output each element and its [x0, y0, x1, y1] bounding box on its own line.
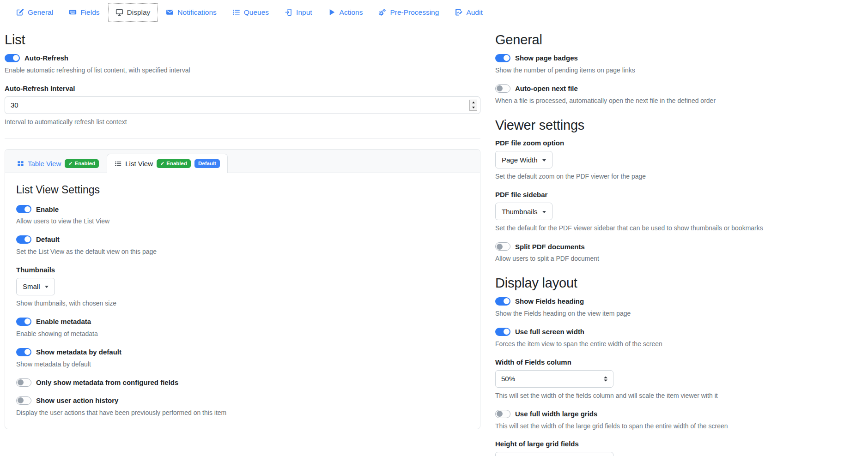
number-stepper[interactable]: [469, 100, 477, 111]
auto-open-toggle[interactable]: [495, 84, 510, 93]
stepper-up-icon[interactable]: [470, 100, 477, 105]
pdf-zoom-setting: PDF file zoom option Page Width Set the …: [495, 139, 865, 181]
full-screen-width-label: Use full screen width: [515, 328, 584, 336]
tab-list-view[interactable]: List View ✓ Enabled Default: [107, 154, 228, 174]
list-icon: [232, 8, 240, 16]
keyboard-icon: [69, 8, 77, 16]
viewer-section-heading: Viewer settings: [495, 117, 865, 133]
tab-display[interactable]: Display: [109, 4, 158, 21]
auto-open-help: When a file is processed, automatically …: [495, 96, 865, 105]
default-toggle[interactable]: [16, 235, 31, 244]
tab-notifications[interactable]: Notifications: [159, 4, 223, 21]
full-width-grids-label: Use full width large grids: [515, 410, 597, 418]
table-view-enabled-badge: ✓ Enabled: [65, 159, 99, 168]
tab-fields[interactable]: Fields: [62, 4, 106, 21]
fields-heading-label: Show Fields heading: [515, 297, 584, 305]
tab-actions[interactable]: Actions: [321, 4, 370, 21]
thumbnails-dropdown-value: Small: [23, 282, 40, 290]
list-section-heading: List: [5, 32, 480, 48]
chevron-down-icon: [542, 159, 546, 162]
chevron-down-icon: [542, 211, 546, 213]
auto-refresh-interval-help: Interval to automatically refresh list c…: [5, 118, 480, 126]
enable-metadata-label: Enable metadata: [36, 318, 91, 325]
play-icon: [328, 8, 336, 16]
stepper-down-icon[interactable]: [470, 105, 477, 110]
tab-pre-processing-label: Pre-Processing: [390, 9, 439, 16]
tab-general-label: General: [28, 9, 53, 16]
views-card-header: Table View ✓ Enabled List View ✓: [5, 150, 480, 174]
only-configured-metadata-label: Only show metadata from configured field…: [36, 378, 178, 386]
grid-height-select[interactable]: 50%: [495, 452, 613, 456]
layout-section-heading: Display layout: [495, 275, 865, 291]
enable-label: Enable: [36, 205, 59, 213]
tab-display-label: Display: [127, 9, 151, 16]
box-arrow-in-icon: [285, 8, 292, 16]
tab-table-view[interactable]: Table View ✓ Enabled: [9, 154, 107, 174]
tab-pre-processing[interactable]: Pre-Processing: [371, 4, 446, 21]
fields-heading-toggle[interactable]: [495, 297, 510, 306]
auto-open-setting: Auto-open next file When a file is proce…: [495, 84, 865, 105]
tab-queues[interactable]: Queues: [225, 4, 276, 21]
grid-height-label: Height of large grid fields: [495, 440, 865, 448]
pdf-sidebar-setting: PDF file sidebar Thumbnails Set the defa…: [495, 191, 865, 233]
fields-width-label: Width of Fields column: [495, 358, 865, 366]
full-width-grids-setting: Use full width large grids This will set…: [495, 410, 865, 431]
chevron-down-icon: [45, 286, 49, 288]
page-badges-label: Show page badges: [515, 54, 578, 62]
full-screen-width-help: Forces the item view to span the entire …: [495, 340, 865, 348]
split-pdf-help: Allow users to split a PDF document: [495, 254, 865, 263]
page-badges-toggle[interactable]: [495, 54, 510, 62]
pdf-sidebar-dropdown[interactable]: Thumbnails: [495, 203, 552, 220]
tab-audit[interactable]: Audit: [448, 4, 489, 21]
pdf-sidebar-dropdown-value: Thumbnails: [502, 208, 538, 216]
full-screen-width-setting: Use full screen width Forces the item vi…: [495, 328, 865, 348]
auto-refresh-interval-label: Auto-Refresh Interval: [5, 84, 480, 92]
left-column: List Auto-Refresh Enable automatic refre…: [5, 32, 480, 456]
settings-tab-bar: General Fields Display Notifications Que…: [0, 0, 868, 21]
pdf-sidebar-help: Set the default for the PDF viewer sideb…: [495, 224, 865, 233]
page-badges-setting: Show page badges Show the number of pend…: [495, 54, 865, 75]
auto-refresh-interval-input[interactable]: [5, 96, 480, 114]
fields-width-select-value: 50%: [501, 375, 515, 383]
pdf-zoom-dropdown[interactable]: Page Width: [495, 151, 552, 168]
pdf-zoom-label: PDF file zoom option: [495, 139, 865, 147]
list-view-enabled-badge: ✓ Enabled: [157, 159, 191, 168]
show-metadata-setting: Show metadata by default Show metadata b…: [16, 348, 469, 369]
auto-refresh-help: Enable automatic refreshing of list cont…: [5, 66, 480, 75]
auto-refresh-setting: Auto-Refresh Enable automatic refreshing…: [5, 54, 480, 75]
enable-metadata-help: Enable showing of metadata: [16, 330, 469, 338]
show-metadata-toggle[interactable]: [16, 348, 31, 356]
tab-audit-label: Audit: [466, 9, 482, 16]
tab-general[interactable]: General: [9, 4, 60, 21]
full-screen-width-toggle[interactable]: [495, 328, 510, 336]
only-configured-metadata-setting: Only show metadata from configured field…: [16, 378, 469, 387]
table-grid-icon: [17, 160, 24, 167]
tab-input[interactable]: Input: [278, 4, 319, 21]
fields-heading-setting: Show Fields heading Show the Fields head…: [495, 297, 865, 318]
display-settings-page: List Auto-Refresh Enable automatic refre…: [0, 21, 868, 456]
auto-refresh-toggle[interactable]: [5, 54, 20, 62]
pencil-check-icon: [455, 8, 462, 16]
auto-open-label: Auto-open next file: [515, 84, 578, 92]
full-width-grids-toggle[interactable]: [495, 410, 510, 418]
enable-toggle[interactable]: [16, 205, 31, 213]
user-action-history-help: Display the user actions that have been …: [16, 408, 469, 417]
gears-icon: [378, 8, 386, 16]
split-pdf-setting: Split PDF documents Allow users to split…: [495, 242, 865, 263]
pdf-zoom-help: Set the default zoom on the PDF viewer f…: [495, 172, 865, 181]
tab-fields-label: Fields: [80, 9, 99, 16]
only-configured-metadata-toggle[interactable]: [16, 378, 31, 387]
show-metadata-label: Show metadata by default: [36, 348, 121, 356]
thumbnails-dropdown[interactable]: Small: [16, 278, 55, 295]
split-pdf-toggle[interactable]: [495, 242, 510, 251]
check-icon: ✓: [68, 161, 73, 166]
thumbnails-setting: Thumbnails Small Show thumbnails, with c…: [16, 266, 469, 308]
thumbnails-help: Show thumbnails, with chosen size: [16, 299, 469, 308]
auto-refresh-label: Auto-Refresh: [24, 54, 68, 62]
split-pdf-label: Split PDF documents: [515, 243, 585, 251]
fields-width-select[interactable]: 50%: [495, 370, 613, 388]
right-column: General Show page badges Show the number…: [495, 32, 865, 456]
user-action-history-toggle[interactable]: [16, 396, 31, 405]
enable-metadata-toggle[interactable]: [16, 318, 31, 326]
monitor-icon: [115, 8, 123, 16]
